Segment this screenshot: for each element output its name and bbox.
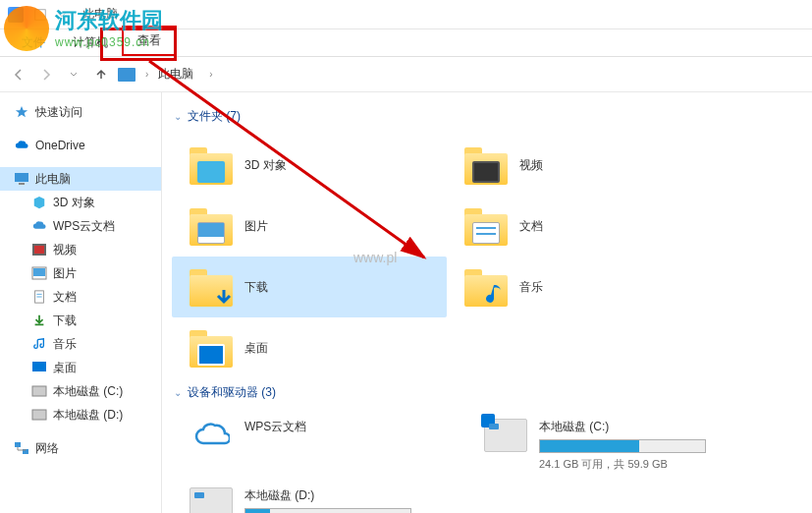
qat-dropdown-icon[interactable] — [55, 8, 69, 22]
sidebar-item-label: 本地磁盘 (C:) — [53, 383, 123, 400]
document-icon — [31, 290, 47, 304]
music-note-icon — [486, 283, 506, 307]
svg-rect-13 — [32, 410, 46, 420]
svg-rect-14 — [15, 442, 21, 447]
nav-forward-button[interactable] — [35, 64, 57, 86]
sidebar-item-label: 视频 — [53, 242, 77, 258]
nav-bar: › 此电脑 › — [0, 57, 812, 92]
sidebar-this-pc[interactable]: 此电脑 — [0, 167, 161, 191]
sidebar-item-label: 桌面 — [53, 360, 77, 376]
drive-label: WPS云文档 — [244, 419, 306, 435]
svg-rect-3 — [19, 183, 25, 185]
nav-recent-dropdown[interactable] — [63, 64, 84, 86]
music-icon — [31, 337, 47, 351]
breadcrumb-location[interactable]: 此电脑 — [158, 66, 193, 83]
folder-label: 3D 对象 — [244, 157, 287, 174]
sidebar-item-label: 下载 — [53, 313, 77, 329]
folder-label: 视频 — [519, 157, 543, 174]
folder-label: 图片 — [244, 218, 268, 235]
tab-computer[interactable]: 计算机 — [59, 29, 122, 56]
window-title: 此电脑 — [82, 6, 118, 23]
navigation-pane: 快速访问 OneDrive 此电脑 3D 对象 WPS云文档 视频 图片 — [0, 92, 162, 513]
drives-grid: WPS云文档 本地磁盘 (C:) 24.1 GB 可用，共 59.9 GB 本地… — [172, 411, 812, 513]
sidebar-item-label: 3D 对象 — [53, 195, 95, 211]
drive-icon — [31, 408, 47, 422]
download-icon — [31, 314, 47, 327]
sidebar-network[interactable]: 网络 — [0, 436, 161, 460]
sidebar-item-label: 本地磁盘 (D:) — [53, 407, 123, 424]
folder-desktop[interactable]: 桌面 — [172, 317, 447, 378]
drive-c[interactable]: 本地磁盘 (C:) 24.1 GB 可用，共 59.9 GB — [466, 411, 761, 480]
svg-rect-12 — [32, 386, 46, 396]
folder-downloads[interactable]: 下载 — [172, 256, 447, 317]
folder-3d-objects[interactable]: 3D 对象 — [172, 135, 447, 196]
sidebar-item-downloads[interactable]: 下载 — [0, 309, 161, 332]
sidebar-item-videos[interactable]: 视频 — [0, 238, 161, 261]
tab-file[interactable]: 文件 — [8, 29, 59, 56]
sidebar-item-documents[interactable]: 文档 — [0, 285, 161, 309]
folder-label: 桌面 — [244, 340, 268, 357]
sidebar-item-music[interactable]: 音乐 — [0, 332, 161, 356]
folder-pictures[interactable]: 图片 — [172, 196, 447, 256]
folders-grid: 3D 对象 视频 图片 文档 下载 — [172, 135, 812, 378]
sidebar-onedrive[interactable]: OneDrive — [0, 134, 161, 157]
svg-rect-5 — [34, 246, 44, 254]
sidebar-item-drive-d[interactable]: 本地磁盘 (D:) — [0, 403, 161, 427]
hdd-icon — [484, 419, 527, 452]
desktop-icon — [31, 361, 47, 374]
svg-rect-2 — [15, 173, 28, 182]
sidebar-item-wps-cloud[interactable]: WPS云文档 — [0, 214, 161, 238]
section-title: 设备和驱动器 (3) — [188, 384, 276, 401]
svg-rect-1 — [35, 9, 46, 20]
section-drives-header[interactable]: ⌄ 设备和驱动器 (3) — [174, 384, 812, 401]
folder-label: 下载 — [244, 279, 268, 296]
ribbon-tabs: 文件 计算机 查看 — [0, 29, 812, 57]
sidebar-item-pictures[interactable]: 图片 — [0, 261, 161, 285]
drive-label: 本地磁盘 (D:) — [244, 487, 411, 504]
monitor-icon — [14, 172, 29, 186]
folder-documents[interactable]: 文档 — [447, 196, 722, 256]
folder-label: 音乐 — [519, 279, 543, 296]
sidebar-item-desktop[interactable]: 桌面 — [0, 356, 161, 379]
folder-videos[interactable]: 视频 — [447, 135, 722, 196]
section-folders-header[interactable]: ⌄ 文件夹 (7) — [174, 108, 812, 125]
drive-stats: 24.1 GB 可用，共 59.9 GB — [539, 457, 706, 472]
picture-icon — [31, 266, 47, 280]
drive-capacity-bar — [244, 508, 411, 513]
nav-up-button[interactable] — [90, 64, 112, 86]
breadcrumb-separator[interactable]: › — [209, 69, 212, 80]
hdd-icon — [189, 487, 233, 513]
breadcrumb-separator[interactable]: › — [145, 69, 148, 80]
svg-rect-11 — [32, 362, 46, 371]
sidebar-item-label: 图片 — [53, 265, 77, 282]
chevron-down-icon: ⌄ — [174, 387, 182, 398]
sidebar-item-label: 快速访问 — [35, 104, 82, 121]
sidebar-item-label: 此电脑 — [35, 171, 71, 188]
cube-icon — [31, 196, 47, 209]
tab-view[interactable]: 查看 — [122, 26, 177, 56]
folder-music[interactable]: 音乐 — [447, 256, 722, 317]
sidebar-item-3d-objects[interactable]: 3D 对象 — [0, 191, 161, 214]
sidebar-item-label: 文档 — [53, 289, 77, 306]
network-icon — [14, 441, 29, 455]
cloud-drive-icon — [189, 419, 233, 452]
drive-label: 本地磁盘 (C:) — [539, 419, 706, 435]
star-icon — [14, 105, 29, 119]
cloud-icon — [14, 139, 29, 152]
folder-label: 文档 — [519, 218, 543, 235]
sidebar-item-drive-c[interactable]: 本地磁盘 (C:) — [0, 379, 161, 403]
drive-wps-cloud[interactable]: WPS云文档 — [172, 411, 466, 480]
nav-back-button[interactable] — [8, 64, 29, 86]
drive-icon — [31, 384, 47, 398]
chevron-down-icon: ⌄ — [174, 111, 182, 122]
this-pc-icon — [8, 7, 24, 23]
svg-rect-7 — [33, 268, 45, 276]
qat-properties-icon[interactable] — [33, 8, 47, 22]
sidebar-item-label: OneDrive — [35, 139, 85, 152]
section-title: 文件夹 (7) — [188, 108, 241, 125]
content-pane: ⌄ 文件夹 (7) 3D 对象 视频 图片 文档 — [162, 92, 812, 513]
sidebar-quick-access[interactable]: 快速访问 — [0, 100, 161, 124]
drive-d[interactable]: 本地磁盘 (D:) 147 GB 可用，共 172 GB — [172, 480, 466, 513]
download-arrow-icon — [213, 287, 235, 309]
breadcrumb-pc-icon[interactable] — [118, 68, 135, 82]
